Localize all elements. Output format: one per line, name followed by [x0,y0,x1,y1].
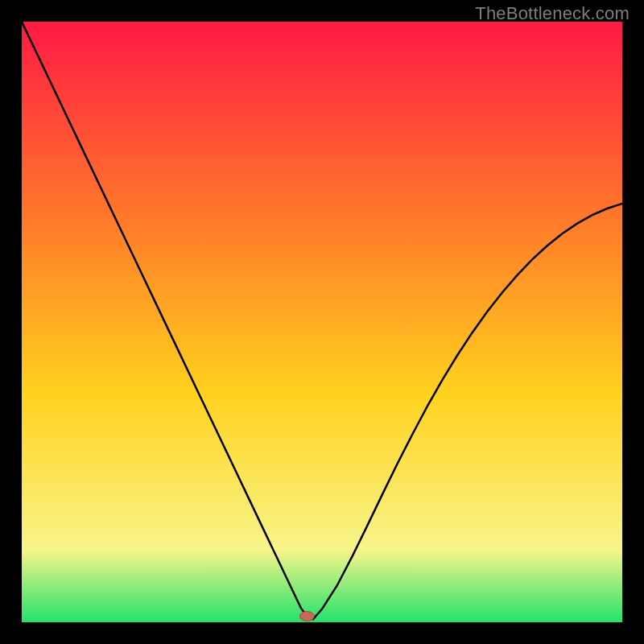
watermark-text: TheBottleneck.com [475,3,630,24]
minimum-marker [299,612,314,621]
gradient-background [22,22,622,622]
plot-area [22,22,622,622]
chart-frame: { "watermark": "TheBottleneck.com", "col… [0,0,644,644]
bottleneck-chart [22,22,622,622]
